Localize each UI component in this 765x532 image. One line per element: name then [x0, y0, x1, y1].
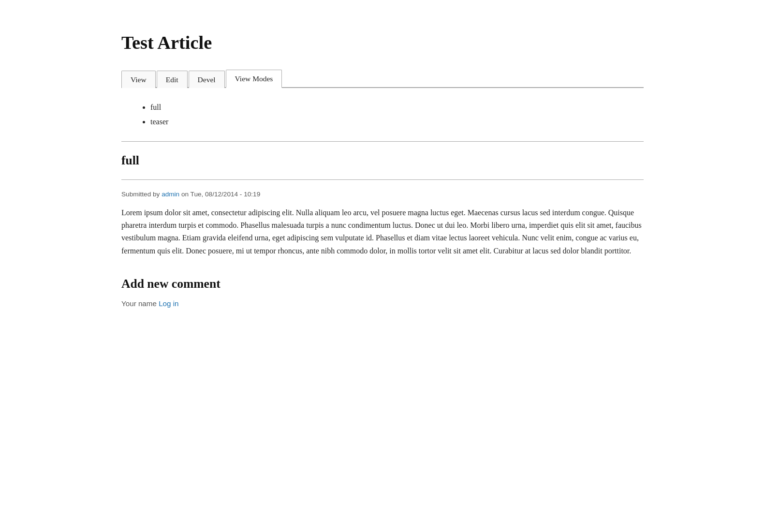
submitted-prefix: Submitted by	[121, 191, 162, 198]
full-section-heading: full	[121, 151, 644, 170]
submitted-suffix: on Tue, 08/12/2014 - 10:19	[179, 191, 260, 198]
login-link[interactable]: Log in	[159, 299, 178, 308]
comment-section-heading: Add new comment	[121, 275, 644, 293]
section-divider-1	[121, 141, 644, 142]
tab-view-modes[interactable]: View Modes	[226, 70, 282, 88]
tab-edit[interactable]: Edit	[157, 71, 188, 88]
view-modes-list: full teaser	[121, 102, 644, 128]
admin-link[interactable]: admin	[162, 191, 179, 198]
list-item-full[interactable]: full	[150, 102, 644, 113]
submitted-line: Submitted by admin on Tue, 08/12/2014 - …	[121, 190, 644, 199]
tab-devel[interactable]: Devel	[189, 71, 225, 88]
section-divider-2	[121, 179, 644, 180]
comment-your-name-line: Your name Log in	[121, 298, 644, 310]
view-mode-teaser-link[interactable]: teaser	[150, 118, 168, 126]
your-name-label: Your name	[121, 299, 157, 308]
tab-view[interactable]: View	[121, 71, 156, 88]
view-mode-full-link[interactable]: full	[150, 103, 161, 111]
article-body: Lorem ipsum dolor sit amet, consectetur …	[121, 207, 644, 258]
tabs-bar: View Edit Devel View Modes	[121, 69, 644, 88]
page-title: Test Article	[121, 29, 644, 57]
page-wrapper: Test Article View Edit Devel View Modes …	[92, 0, 673, 328]
list-item-teaser[interactable]: teaser	[150, 116, 644, 128]
